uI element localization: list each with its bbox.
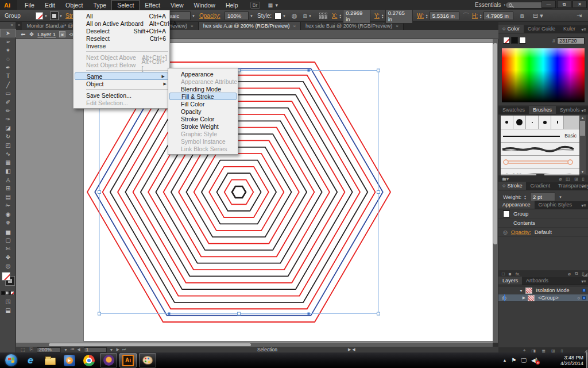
hex-value-input[interactable]: [557, 37, 585, 44]
new-brush-icon[interactable]: ⊞: [574, 177, 578, 182]
line-segment-tool[interactable]: ╱: [0, 80, 16, 89]
vertical-scrollbar[interactable]: [493, 39, 498, 343]
collapse-dock-icon[interactable]: ⇥: [577, 10, 582, 22]
selection-handle[interactable]: [377, 312, 380, 315]
new-effect-icon[interactable]: fx.: [516, 271, 520, 277]
taskbar-clock[interactable]: 3:48 PM 4/20/2014: [560, 355, 583, 366]
tab-artboards[interactable]: Artboards: [522, 277, 552, 285]
tab-gradient[interactable]: Gradient: [526, 182, 554, 190]
hexagon-ring-5[interactable]: [194, 154, 284, 231]
appearance-row-contents[interactable]: Contents: [498, 218, 588, 228]
menubar-object[interactable]: Object: [60, 0, 88, 10]
eraser-tool[interactable]: ◪: [0, 124, 16, 132]
decorative-brush-row[interactable]: [501, 156, 579, 168]
duplicate-item-icon[interactable]: ⧉: [575, 271, 578, 277]
workspace-switcher[interactable]: Essentials ▾: [475, 2, 506, 8]
tab-brushes[interactable]: Brushes: [529, 106, 556, 114]
layout-switcher-icon[interactable]: ▦ ▾: [268, 2, 279, 8]
eye-icon[interactable]: ◎: [502, 295, 506, 301]
action-center-flag-icon[interactable]: ⚑: [511, 357, 516, 363]
reference-point-grid[interactable]: [319, 10, 327, 22]
selection-handle[interactable]: [377, 191, 380, 194]
new-fill-icon[interactable]: ■: [509, 271, 512, 277]
fill-swatch[interactable]: ▼: [36, 10, 49, 22]
fill-stroke-indicator[interactable]: [0, 270, 16, 290]
transform-icon[interactable]: ⧇: [520, 10, 524, 22]
restore-button[interactable]: ⧉: [557, 1, 571, 8]
menu-item-deselect[interactable]: DeselectShift+Ctrl+A: [74, 27, 169, 34]
brush-options-icon[interactable]: ◫: [566, 177, 570, 182]
blob-brush-tool[interactable]: ✑: [0, 115, 16, 124]
scale-tool[interactable]: ◰: [0, 141, 16, 150]
panel-resize-grip[interactable]: [583, 273, 587, 277]
zoom-tool[interactable]: ◎: [0, 262, 16, 270]
submenu-item-appearance[interactable]: Appearance: [168, 70, 238, 78]
constrain-proportions-icon[interactable]: ⌒: [463, 10, 469, 22]
panel-menu-icon[interactable]: ▾≡: [581, 184, 586, 189]
blend-tool[interactable]: ◉: [0, 210, 16, 218]
chevron-down-icon[interactable]: ▼: [110, 348, 114, 352]
slice-tool[interactable]: ✄: [0, 244, 16, 253]
menubar-window[interactable]: Window: [189, 0, 220, 10]
tab-close-icon[interactable]: ×: [293, 24, 296, 29]
toolbar-collapse-icon[interactable]: »: [0, 22, 16, 29]
paintbrush-tool[interactable]: ✐: [0, 98, 16, 106]
back-arrow-icon[interactable]: ⬅: [21, 31, 25, 37]
pencil-tool[interactable]: ✏: [0, 106, 16, 115]
selection-handle[interactable]: [377, 69, 380, 72]
weight-value[interactable]: 2 pt: [530, 193, 555, 201]
screen-mode-icon[interactable]: ⬓: [0, 306, 16, 315]
tab-kuler[interactable]: Kuler: [559, 25, 579, 33]
panel-menu-icon[interactable]: ▾≡: [581, 27, 586, 32]
hexagon-ring-4[interactable]: [202, 160, 276, 224]
doc-tab-hex-side-a-ai[interactable]: hex side A.ai @ 200% (RGB/Preview)×: [199, 22, 301, 30]
hexagon-ring-13[interactable]: [133, 101, 345, 283]
anchor-point[interactable]: [308, 70, 310, 72]
menu-item-save-selection[interactable]: Save Selection...: [74, 91, 169, 99]
network-icon[interactable]: 🖵: [521, 357, 527, 364]
gradient-button[interactable]: [6, 291, 10, 295]
new-stroke-icon[interactable]: □: [502, 271, 505, 277]
lasso-tool[interactable]: ◌: [0, 55, 16, 63]
selection-tool[interactable]: ➤: [0, 29, 16, 37]
charcoal-brush-row[interactable]: [501, 143, 579, 156]
h-field[interactable]: H: ▲▼4.7905 in: [472, 10, 513, 22]
taskbar-start-button[interactable]: [2, 353, 20, 367]
selection-handle[interactable]: [98, 191, 101, 194]
menubar-type[interactable]: Type: [88, 0, 111, 10]
prev-artboard-icon[interactable]: ◀: [77, 347, 80, 352]
selection-indicator[interactable]: [582, 289, 586, 292]
app-logo[interactable]: Ai: [0, 0, 17, 10]
chevron-down-icon[interactable]: ▼: [64, 348, 68, 352]
status-icon-b[interactable]: ⎘: [30, 347, 33, 352]
submenu-item-opacity[interactable]: Opacity: [168, 108, 238, 115]
document-setup-icon[interactable]: ◍: [292, 10, 297, 22]
anchor-point[interactable]: [308, 313, 310, 315]
delete-brush-icon[interactable]: ▯: [582, 177, 585, 182]
type-tool[interactable]: T: [0, 72, 16, 80]
brush-scrollbar[interactable]: ▲ ▼: [579, 116, 586, 174]
taskbar-chrome-button[interactable]: [80, 353, 98, 367]
opacity-dropdown[interactable]: 100%▼: [225, 10, 254, 22]
shape-builder-tool[interactable]: ◧: [0, 167, 16, 175]
layers-row-group[interactable]: ◎ ▶ <Group> ○: [498, 294, 588, 302]
none-button[interactable]: [10, 291, 14, 295]
hexagon-ring-2[interactable]: [216, 173, 261, 210]
gradient-tool[interactable]: ▤: [0, 193, 16, 201]
taskbar-paint-button[interactable]: [139, 353, 156, 367]
panel-menu-icon[interactable]: ▾≡: [581, 108, 586, 113]
tab-symbols[interactable]: Symbols: [556, 106, 584, 114]
menu-item-all[interactable]: AllCtrl+A: [74, 12, 169, 20]
tab-layers[interactable]: Layers: [498, 277, 522, 285]
hexagon-ring-0[interactable]: [232, 186, 246, 198]
stroke-swatch[interactable]: ▼: [51, 10, 64, 22]
hexagon-ring-15[interactable]: [118, 88, 360, 296]
tab-graphic-styles[interactable]: Graphic Styles: [535, 201, 577, 209]
status-arrows-icon[interactable]: ▶ ◀: [348, 347, 355, 352]
target-circle-icon[interactable]: ○: [577, 296, 580, 301]
remove-brush-stroke-icon[interactable]: ⌀: [559, 177, 562, 182]
menu-item-all-on-active-artboard[interactable]: All on Active ArtboardAlt+Ctrl+A: [74, 20, 169, 27]
color-spectrum[interactable]: [502, 48, 585, 102]
next-artboard-icon[interactable]: ▶: [117, 347, 119, 352]
hexagon-ring-3[interactable]: [209, 167, 269, 217]
